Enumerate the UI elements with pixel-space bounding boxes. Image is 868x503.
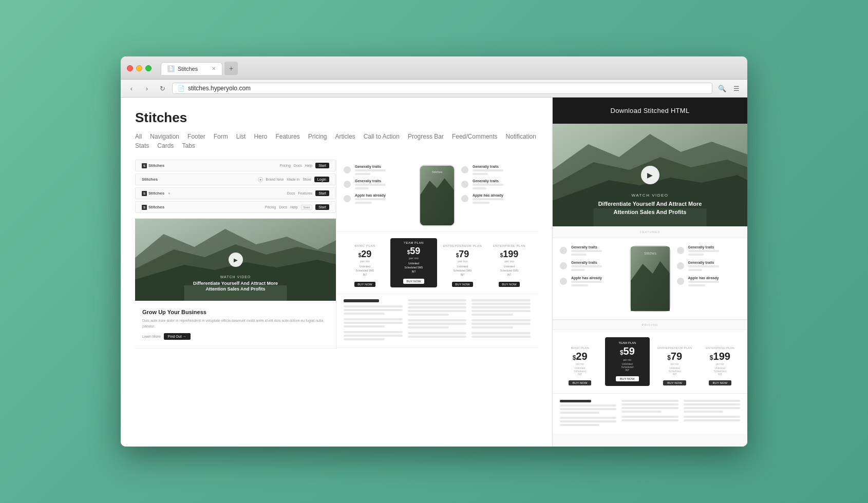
- large-hero-preview[interactable]: ▶ Watch Video Differentiate Yourself And…: [553, 124, 747, 226]
- large-hero-label: Watch Video: [553, 193, 747, 198]
- right-feature-3: Apple has already: [560, 276, 624, 286]
- cta-link[interactable]: Learn More: [142, 335, 161, 338]
- feature-item-3: Apple has already: [344, 194, 413, 204]
- preview-grid: S Stitches Pricing Docs Help Start: [135, 160, 538, 349]
- nav-previews: S Stitches Pricing Docs Help Start: [135, 160, 336, 219]
- refresh-button[interactable]: ↻: [157, 83, 168, 94]
- browser-content: Stitches All Navigation Footer Form List…: [121, 98, 747, 447]
- nav-link-progress[interactable]: Progress Bar: [408, 133, 444, 140]
- plan-entrepreneur: Entrepreneur Plan $79 per mo Unlimited S…: [441, 244, 484, 287]
- feature-dot-4: [461, 166, 468, 173]
- nav-links-preview-4: Pricing Docs Help Start Start: [265, 204, 329, 210]
- active-tab[interactable]: 📄 Stitches ✕: [161, 62, 222, 75]
- new-tab-button[interactable]: +: [224, 62, 238, 75]
- article-cols: [344, 299, 531, 342]
- cta-button[interactable]: Find Out →: [164, 333, 191, 340]
- right-plan-team: Team Plan $59 per mo UnlimitedScheduledI…: [605, 337, 649, 386]
- phone-mockup: Stitches: [419, 165, 455, 226]
- address-bar[interactable]: 📄 stitches.hyperyolo.com: [172, 83, 712, 94]
- plan-enterprise: Enterprise Plan $199 per mo Unlimited Sc…: [488, 244, 531, 287]
- feature-item-4: Generally traits: [461, 165, 531, 175]
- nav-cta-4: Start: [315, 204, 329, 210]
- right-article-col-3: [684, 400, 740, 428]
- right-plan-basic-buy[interactable]: BUY NOW: [569, 380, 592, 385]
- large-hero-text: Watch Video Differentiate Yourself And A…: [553, 193, 747, 216]
- right-plan-enterprise-buy[interactable]: BUY NOW: [709, 380, 732, 385]
- nav-link-features[interactable]: Features: [275, 133, 299, 140]
- right-dot-4: [677, 247, 684, 254]
- nav-link-form[interactable]: Form: [214, 133, 228, 140]
- logo-icon-1: S: [142, 163, 147, 168]
- nav-link-feed[interactable]: Feed/Comments: [452, 133, 498, 140]
- plan-basic-buy[interactable]: BUY NOW: [354, 282, 375, 287]
- right-features-list-left: Generally traits Generally traits: [560, 245, 624, 312]
- nav-link-all[interactable]: All: [135, 133, 142, 140]
- nav-logo-1: S Stitches: [142, 163, 164, 168]
- plan-entrepreneur-buy[interactable]: BUY NOW: [452, 282, 473, 287]
- feature-text-3: Apple has already: [355, 194, 386, 204]
- browser-window: 📄 Stitches ✕ + ‹ › ↻ 📄 stitches.hyperyol…: [121, 56, 747, 447]
- download-stitched-button[interactable]: Download Stitched HTML: [553, 98, 747, 124]
- page-content[interactable]: Stitches All Navigation Footer Form List…: [121, 98, 552, 447]
- forward-button[interactable]: ›: [141, 83, 153, 94]
- features-preview[interactable]: Generally traits Generally traits: [336, 160, 538, 232]
- large-hero-play-button[interactable]: ▶: [641, 166, 659, 184]
- right-article[interactable]: [553, 394, 747, 434]
- logo-icon-3: S: [142, 191, 147, 196]
- pricing-preview[interactable]: Basic Plan $29 per mo Unlimited Schedule…: [336, 232, 538, 294]
- nav-link-stats[interactable]: Stats: [135, 142, 149, 149]
- search-icon[interactable]: 🔍: [716, 83, 728, 94]
- nav-links-preview-1: Pricing Docs Help Start: [279, 163, 329, 168]
- article-preview[interactable]: [336, 294, 538, 347]
- address-favicon: 📄: [178, 85, 185, 92]
- cta-text: Duis aute irure dolor in reprehenderit i…: [142, 318, 329, 329]
- nav-link-cta[interactable]: Call to Action: [364, 133, 400, 140]
- tab-close-button[interactable]: ✕: [212, 66, 216, 71]
- right-plan-entrepreneur-buy[interactable]: BUY NOW: [663, 380, 686, 385]
- nav-link-pricing[interactable]: Pricing: [308, 133, 327, 140]
- nav-logo-4: S Stitches: [142, 205, 164, 210]
- right-phone-mockup: Stitches: [630, 245, 671, 312]
- nav-link-notification[interactable]: Notification: [506, 133, 536, 140]
- maximize-window-button[interactable]: [145, 65, 152, 71]
- nav-link-articles[interactable]: Articles: [335, 133, 355, 140]
- feature-dot-1: [344, 166, 351, 173]
- right-dot-6: [677, 278, 684, 285]
- nav-link-footer[interactable]: Footer: [187, 133, 205, 140]
- feature-item-6: Apple has already: [461, 194, 531, 204]
- feature-dot-6: [461, 195, 468, 202]
- back-button[interactable]: ‹: [126, 83, 137, 94]
- nav-preview-2[interactable]: Stitches ✚ Brand New Made in Store Login: [135, 173, 336, 185]
- feature-item-1: Generally traits: [344, 165, 413, 175]
- nav-preview-1[interactable]: S Stitches Pricing Docs Help Start: [135, 160, 336, 171]
- feature-item-2: Generally traits: [344, 179, 413, 189]
- nav-link-tabs[interactable]: Tabs: [182, 142, 195, 149]
- menu-icon[interactable]: ☰: [731, 83, 742, 94]
- features-list-left: Generally traits Generally traits: [344, 165, 413, 204]
- nav-link-cards[interactable]: Cards: [157, 142, 174, 149]
- hero-preview[interactable]: ▶ Watch Video Differentiate Yourself And…: [135, 219, 336, 301]
- plan-team-buy[interactable]: BUY NOW: [403, 279, 424, 284]
- nav-link-hero[interactable]: Hero: [254, 133, 267, 140]
- right-pricing[interactable]: Basic Plan $29 per mo UnlimitedScheduled…: [553, 330, 747, 394]
- nav-links-preview-3: Docs Features Start: [287, 190, 329, 196]
- close-window-button[interactable]: [127, 65, 133, 71]
- app-title: Stitches: [135, 110, 538, 126]
- right-article-col-1: [560, 400, 616, 428]
- right-dot-3: [560, 278, 567, 285]
- nav-link-list[interactable]: List: [236, 133, 246, 140]
- nav-preview-3[interactable]: S Stitches ▼ Docs Features Start: [135, 187, 336, 199]
- cta-title: Grow Up Your Business: [142, 309, 329, 315]
- nav-logo-3: S Stitches ▼: [142, 191, 171, 196]
- right-plan-team-buy[interactable]: BUY NOW: [616, 376, 639, 381]
- nav-preview-4[interactable]: S Stitches Pricing Docs Help Start Start: [135, 201, 336, 213]
- nav-links-preview-2: ✚ Brand New Made in Store Login: [258, 177, 329, 182]
- feature-item-5: Generally traits: [461, 179, 531, 189]
- hero-play-button[interactable]: ▶: [229, 253, 243, 267]
- right-features[interactable]: Generally traits Generally traits: [553, 238, 747, 320]
- plan-enterprise-buy[interactable]: BUY NOW: [499, 282, 520, 287]
- right-feature-2: Generally traits: [560, 261, 624, 271]
- minimize-window-button[interactable]: [136, 65, 142, 71]
- nav-link-navigation[interactable]: Navigation: [150, 133, 179, 140]
- right-dot-5: [677, 262, 684, 269]
